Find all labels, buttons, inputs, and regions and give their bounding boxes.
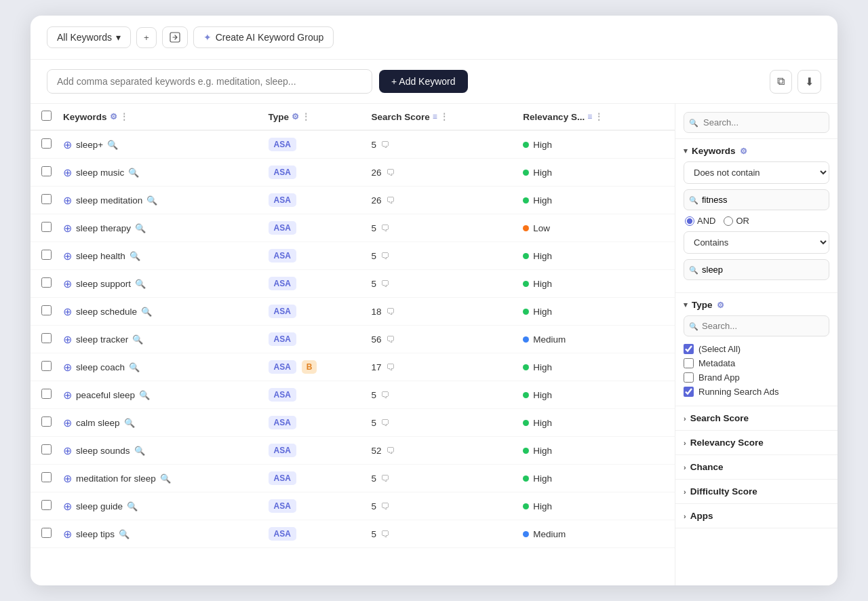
score-icon[interactable]: 🗨 xyxy=(386,307,395,317)
relevancy-score-section[interactable]: › Relevancy Score xyxy=(675,431,837,455)
score-icon[interactable]: 🗨 xyxy=(380,279,389,289)
keyword-input[interactable] xyxy=(47,69,372,94)
type-filter-title[interactable]: ▾ Type ⚙ xyxy=(684,300,829,310)
expand-icon[interactable]: ⊕ xyxy=(63,528,72,541)
sleep-filter-input[interactable] xyxy=(684,259,829,280)
expand-icon[interactable]: ⊕ xyxy=(63,333,72,346)
row-checkbox[interactable] xyxy=(41,333,52,343)
panel-search-input[interactable] xyxy=(684,112,829,133)
score-icon[interactable]: 🗨 xyxy=(386,195,395,206)
expand-icon[interactable]: ⊕ xyxy=(63,138,72,151)
keyword-search-icon[interactable]: 🔍 xyxy=(141,307,152,317)
keyword-search-icon[interactable]: 🔍 xyxy=(160,473,171,484)
type-search-input[interactable] xyxy=(684,315,829,336)
metadata-checkbox[interactable] xyxy=(684,358,694,368)
expand-icon[interactable]: ⊕ xyxy=(63,472,72,485)
score-icon[interactable]: 🗨 xyxy=(386,446,395,456)
brand-app-option[interactable]: Brand App xyxy=(684,370,829,385)
expand-icon[interactable]: ⊕ xyxy=(63,305,72,318)
running-search-ads-checkbox[interactable] xyxy=(684,387,694,397)
search-score-more-icon[interactable]: ⋮ xyxy=(440,112,448,121)
score-icon[interactable]: 🗨 xyxy=(380,140,389,150)
keyword-search-icon[interactable]: 🔍 xyxy=(139,390,150,400)
add-keyword-button[interactable]: + Add Keyword xyxy=(379,70,468,93)
row-checkbox[interactable] xyxy=(41,500,52,510)
keyword-search-icon[interactable]: 🔍 xyxy=(129,362,140,372)
score-icon[interactable]: 🗨 xyxy=(380,418,389,428)
keyword-search-icon[interactable]: 🔍 xyxy=(132,334,143,345)
row-checkbox[interactable] xyxy=(41,389,52,399)
row-checkbox[interactable] xyxy=(41,166,52,176)
download-button[interactable]: ⬇ xyxy=(797,70,821,94)
expand-icon[interactable]: ⊕ xyxy=(63,222,72,235)
search-score-filter-icon[interactable]: ≡ xyxy=(433,112,437,121)
expand-icon[interactable]: ⊕ xyxy=(63,166,72,179)
score-icon[interactable]: 🗨 xyxy=(380,501,389,511)
chance-section[interactable]: › Chance xyxy=(675,455,837,480)
expand-icon[interactable]: ⊕ xyxy=(63,500,72,513)
create-ai-keyword-group-button[interactable]: ✦ Create AI Keyword Group xyxy=(193,26,334,48)
keyword-search-icon[interactable]: 🔍 xyxy=(135,279,146,289)
brand-app-checkbox[interactable] xyxy=(684,372,694,383)
keywords-filter-title[interactable]: ▾ Keywords ⚙ xyxy=(684,146,829,156)
keyword-search-icon[interactable]: 🔍 xyxy=(128,168,139,178)
row-checkbox[interactable] xyxy=(41,528,52,538)
keyword-search-icon[interactable]: 🔍 xyxy=(134,446,145,456)
select-all-checkbox[interactable] xyxy=(41,111,52,121)
contains-dropdown[interactable]: Contains xyxy=(684,231,829,254)
keywords-filter-icon[interactable]: ⚙ xyxy=(110,112,117,121)
expand-icon[interactable]: ⊕ xyxy=(63,277,72,290)
expand-icon[interactable]: ⊕ xyxy=(63,444,72,457)
expand-icon[interactable]: ⊕ xyxy=(63,389,72,402)
search-score-section[interactable]: › Search Score xyxy=(675,406,837,431)
row-checkbox[interactable] xyxy=(41,250,52,260)
expand-icon[interactable]: ⊕ xyxy=(63,194,72,207)
row-checkbox[interactable] xyxy=(41,444,52,454)
add-icon-button[interactable]: + xyxy=(136,27,157,48)
apps-section[interactable]: › Apps xyxy=(675,504,837,528)
relevancy-more-icon[interactable]: ⋮ xyxy=(595,112,603,121)
expand-icon[interactable]: ⊕ xyxy=(63,250,72,263)
keyword-search-icon[interactable]: 🔍 xyxy=(135,223,146,233)
copy-button[interactable]: ⧉ xyxy=(770,70,792,94)
fitness-filter-input[interactable] xyxy=(684,189,829,210)
expand-icon[interactable]: ⊕ xyxy=(63,361,72,374)
row-checkbox[interactable] xyxy=(41,277,52,288)
keyword-search-icon[interactable]: 🔍 xyxy=(119,529,130,539)
score-icon[interactable]: 🗨 xyxy=(380,390,389,400)
score-icon[interactable]: 🗨 xyxy=(380,529,389,539)
type-more-icon[interactable]: ⋮ xyxy=(302,112,310,121)
row-checkbox[interactable] xyxy=(41,416,52,427)
row-checkbox[interactable] xyxy=(41,361,52,371)
score-icon[interactable]: 🗨 xyxy=(380,223,389,233)
row-checkbox[interactable] xyxy=(41,138,52,149)
all-keywords-dropdown[interactable]: All Keywords ▾ xyxy=(47,26,131,48)
running-search-ads-option[interactable]: Running Search Ads xyxy=(684,385,829,399)
select-all-option[interactable]: (Select All) xyxy=(684,342,829,356)
score-icon[interactable]: 🗨 xyxy=(380,251,389,261)
row-checkbox[interactable] xyxy=(41,305,52,315)
keywords-more-icon[interactable]: ⋮ xyxy=(120,112,128,121)
row-checkbox[interactable] xyxy=(41,472,52,482)
difficulty-score-section[interactable]: › Difficulty Score xyxy=(675,480,837,504)
relevancy-filter-icon[interactable]: ≡ xyxy=(587,112,592,121)
type-filter-icon[interactable]: ⚙ xyxy=(292,112,299,121)
select-all-type-checkbox[interactable] xyxy=(684,344,694,354)
or-radio[interactable] xyxy=(724,216,733,226)
metadata-option[interactable]: Metadata xyxy=(684,356,829,370)
score-icon[interactable]: 🗨 xyxy=(386,168,395,178)
row-checkbox[interactable] xyxy=(41,222,52,232)
score-icon[interactable]: 🗨 xyxy=(380,473,389,484)
keyword-search-icon[interactable]: 🔍 xyxy=(127,501,138,511)
keyword-search-icon[interactable]: 🔍 xyxy=(107,140,118,150)
and-radio-label[interactable]: AND xyxy=(685,216,715,226)
keyword-search-icon[interactable]: 🔍 xyxy=(124,418,135,428)
or-radio-label[interactable]: OR xyxy=(724,216,749,226)
score-icon[interactable]: 🗨 xyxy=(386,334,395,345)
expand-icon[interactable]: ⊕ xyxy=(63,416,72,429)
score-icon[interactable]: 🗨 xyxy=(386,362,395,372)
keyword-search-icon[interactable]: 🔍 xyxy=(146,195,157,206)
export-icon-button[interactable] xyxy=(162,26,188,48)
does-not-contain-dropdown[interactable]: Does not contain xyxy=(684,161,829,184)
row-checkbox[interactable] xyxy=(41,194,52,204)
